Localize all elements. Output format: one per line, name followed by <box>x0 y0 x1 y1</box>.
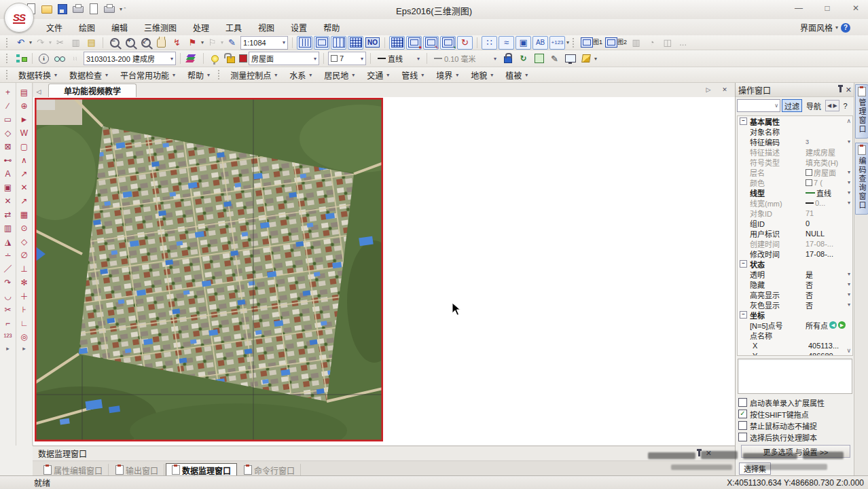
draw-tool-icon[interactable]: + <box>1 86 15 98</box>
export-icon[interactable] <box>532 52 546 65</box>
next-point-icon[interactable]: ▶ <box>838 321 846 329</box>
undo-icon[interactable]: ↶ <box>14 37 28 49</box>
edit-tool-icon[interactable]: ✕ <box>18 181 31 194</box>
raster-settings-icon[interactable] <box>389 36 405 50</box>
checkbox[interactable] <box>738 398 747 407</box>
draw-tool-icon[interactable]: ¹²³ <box>1 330 15 343</box>
menu-item[interactable]: 文件 <box>38 20 71 35</box>
redo-icon[interactable]: ↷ <box>33 37 48 49</box>
draw-tool-icon[interactable]: ✂ <box>1 303 15 316</box>
more-options-button[interactable]: 更多选项 与设置 >> <box>741 445 850 458</box>
panel-help-button[interactable]: ? <box>841 99 850 112</box>
edit-tool-icon[interactable]: ⊕ <box>18 99 31 112</box>
grid-icon[interactable] <box>331 36 346 50</box>
category-menu-item[interactable]: 管线▾ <box>395 67 430 83</box>
paste-icon[interactable]: ▤ <box>84 37 98 49</box>
box3d-icon[interactable] <box>579 52 593 65</box>
history-icon[interactable]: ◔ <box>645 37 659 49</box>
draw-tool-icon[interactable]: ∕ <box>1 99 15 112</box>
close-panel-icon[interactable]: ✕ <box>846 86 852 94</box>
side-vertical-tab[interactable]: 管理窗口 <box>855 84 868 139</box>
navigate-button[interactable]: 导航 <box>803 99 824 112</box>
help-icon[interactable]: ? <box>841 23 850 33</box>
menu-item[interactable]: 绘图 <box>71 20 103 35</box>
tab-property-edit[interactable]: 属性编辑窗口 <box>38 464 109 476</box>
ab-label-icon[interactable]: AB <box>532 36 548 50</box>
draw-tool-icon[interactable]: ◡ <box>1 289 15 302</box>
selection-set-button[interactable]: 选择集 <box>739 463 771 475</box>
pin-icon[interactable] <box>698 451 700 456</box>
filter-button[interactable]: 过滤 <box>782 99 802 112</box>
option-row[interactable]: 禁止鼠标动态不捕捉 <box>736 420 854 431</box>
draw-tool-icon[interactable]: ✕ <box>1 194 15 207</box>
edit-tool-icon[interactable]: ↗ <box>18 167 31 180</box>
draw-tool-icon[interactable]: ⇄ <box>1 208 15 221</box>
query-glasses-icon[interactable] <box>52 52 67 65</box>
marker-icon[interactable]: ⚐ <box>205 37 219 49</box>
menu-item[interactable]: 设置 <box>283 20 315 35</box>
layout-icon[interactable]: ▣ <box>516 36 531 50</box>
tab-data-monitor[interactable]: 数据监理窗口 <box>166 463 237 476</box>
refresh-icon[interactable]: ↻ <box>516 52 530 65</box>
edit-tool-icon[interactable]: ◇ <box>18 235 31 248</box>
edit-tool-icon[interactable]: ▤ <box>18 86 31 98</box>
document-tab[interactable]: 单功能视频教学 <box>48 84 137 97</box>
contour-icon[interactable]: ≈ <box>499 36 514 50</box>
scroll-up-icon[interactable]: ∧ <box>846 117 851 124</box>
plugin-menu-item[interactable]: 帮助▾ <box>181 67 216 83</box>
category-menu-item[interactable]: 水系▾ <box>283 67 318 83</box>
category-menu-item[interactable]: 测量控制点▾ <box>224 67 283 83</box>
prev-point-icon[interactable]: ◀ <box>829 321 837 329</box>
tab-scroll-right-icon[interactable]: ▷ <box>703 84 714 95</box>
draw-tool-icon[interactable]: ⊷ <box>1 153 15 166</box>
menu-item[interactable]: 编辑 <box>103 20 136 35</box>
layers-icon[interactable] <box>185 52 199 65</box>
chevron-down-icon[interactable]: ▾ <box>835 24 838 31</box>
category-menu-item[interactable]: 地貌▾ <box>465 67 499 83</box>
pin-icon[interactable] <box>839 87 842 92</box>
raster-point-icon[interactable]: ● <box>406 36 422 50</box>
more-tools-icon[interactable]: ... <box>676 37 690 49</box>
unlock-icon[interactable] <box>223 52 238 65</box>
option-row[interactable]: 启动表单录入扩展属性 <box>736 397 854 408</box>
menu-item[interactable]: 三维测图 <box>136 20 185 35</box>
bulb-icon[interactable] <box>208 52 222 65</box>
draw-tool-icon[interactable]: ◮ <box>1 235 15 248</box>
copy-icon[interactable]: ▥ <box>69 37 83 49</box>
paintbrush-icon[interactable]: ✎ <box>225 37 239 49</box>
no-display-icon[interactable]: NO <box>365 37 380 49</box>
category-menu-item[interactable]: 交通▾ <box>361 67 395 83</box>
raster-loop-icon[interactable]: ↻ <box>457 36 473 50</box>
toolbar-expand-icon[interactable]: ▸ <box>6 345 10 352</box>
zoom-window-icon[interactable]: ⤢ <box>139 37 153 49</box>
filter-combo[interactable]: ∨ <box>737 99 780 112</box>
edit-tool-icon[interactable]: ◎ <box>18 330 31 343</box>
edit-tool-icon[interactable]: ► <box>18 113 31 126</box>
zoom-in-icon[interactable]: + <box>123 37 137 49</box>
feature-code-combo[interactable]: 3103013-200 建成房▾ <box>84 52 176 65</box>
side-vertical-tab[interactable]: 编码查询窗口 <box>855 143 868 215</box>
collapse-icon[interactable]: − <box>740 260 747 268</box>
close-button[interactable]: ✕ <box>846 1 865 15</box>
plugin-menu-item[interactable]: 数据转换▾ <box>12 67 63 83</box>
tab-command-line[interactable]: 命令行窗口 <box>238 464 301 476</box>
raster-curve-icon[interactable]: ∿ <box>423 36 439 50</box>
edit-tool-icon[interactable]: W <box>18 126 31 139</box>
maximize-button[interactable]: □ <box>818 1 837 15</box>
edit-tool-icon[interactable]: ⊦ <box>18 303 31 316</box>
current-color-swatch[interactable] <box>239 54 247 62</box>
draw-tool-icon[interactable]: ∸ <box>1 249 15 261</box>
category-menu-item[interactable]: 植被▾ <box>499 67 534 83</box>
property-grid[interactable]: ∧ −基本属性 对象名称 特征编码3▾ 特征描述建成房屋 符号类型填充类(H) … <box>737 115 853 356</box>
tab-close-icon[interactable]: ✕ <box>719 84 730 95</box>
color-combo[interactable]: 7▾ <box>328 52 366 65</box>
draw-tool-icon[interactable]: ◇ <box>1 126 15 139</box>
stamp-icon[interactable]: ◫ <box>660 37 674 49</box>
brush-icon[interactable]: ✎ <box>547 52 562 65</box>
scale-combo[interactable]: 1:1084▾ <box>240 36 288 50</box>
option-row[interactable]: 选择后执行处理脚本 <box>736 431 854 443</box>
menu-item[interactable]: 帮助 <box>315 20 348 35</box>
collapse-icon[interactable]: − <box>740 311 747 319</box>
draw-tool-icon[interactable]: ⌐ <box>1 316 15 329</box>
checkbox[interactable] <box>738 421 747 430</box>
